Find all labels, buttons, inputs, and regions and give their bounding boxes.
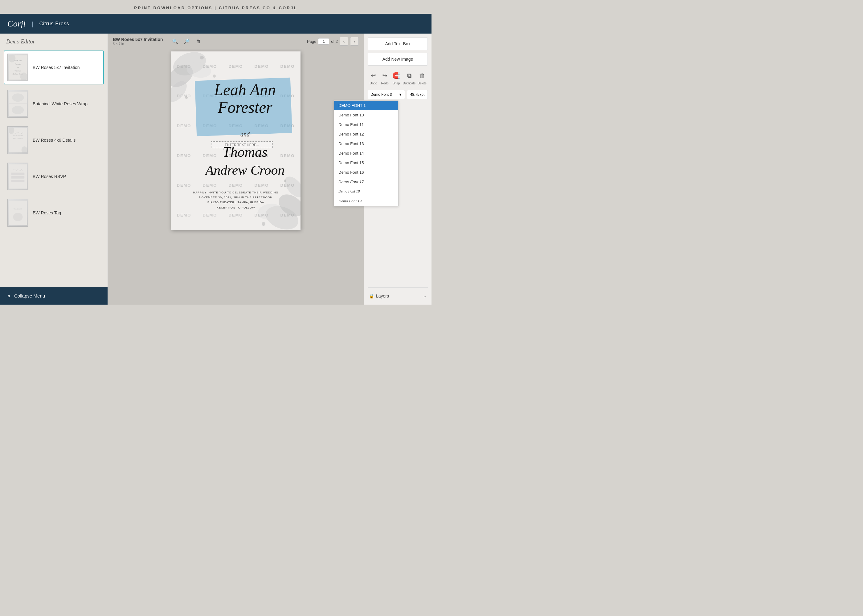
sidebar-item-bw-roses-invitation[interactable]: Leah Ann Forester and Thomas Andrew Croo… (4, 50, 104, 84)
delete-tool[interactable]: 🗑 Delete (417, 71, 427, 85)
canvas-title-block: BW Roses 5x7 Invitation 5 × 7 in (113, 37, 163, 46)
font-option-df1[interactable]: DEMO FONT 1 (334, 101, 398, 110)
sidebar-title: Demo Editor (0, 34, 107, 48)
font-dropdown-chevron-icon: ▼ (398, 93, 402, 97)
canvas-title-main: BW Roses 5x7 Invitation (113, 37, 163, 42)
top-banner: PRINT DOWNLOAD OPTIONS | CITRUS PRESS CO… (0, 0, 432, 14)
sidebar-item-tag[interactable]: THANK YOU BW Roses Tag (4, 196, 104, 230)
font-option-df12[interactable]: Demo Font 12 (334, 129, 398, 139)
tools-row: ↩ Undo ↪ Redo 🧲 Snap ⧉ Duplicate 🗑 Delet… (368, 68, 428, 88)
layers-title-group: 🔒 Layers (369, 294, 389, 299)
undo-label: Undo (370, 82, 377, 85)
canvas-toolbar: BW Roses 5x7 Invitation 5 × 7 in 🔍 🔎 🗑 P… (108, 34, 364, 49)
lock-icon: 🔒 (369, 294, 374, 299)
page-prev-button[interactable]: ‹ (340, 37, 348, 46)
font-selector-row: Demo Font 3 ▼ DEMO FONT 1 Demo Font 10 D… (368, 90, 428, 99)
redo-label: Redo (381, 82, 389, 85)
svg-text:Kindly Reply by: Kindly Reply by (13, 169, 23, 171)
layers-chevron-icon: ⌄ (423, 293, 427, 299)
duplicate-tool[interactable]: ⧉ Duplicate (403, 71, 416, 85)
collapse-arrow-icon: « (7, 292, 11, 299)
sidebar-item-label-3: BW Roses 4x6 Details (33, 138, 76, 143)
page-controls: Page of 2 ‹ › (307, 37, 359, 46)
canvas-area: BW Roses 5x7 Invitation 5 × 7 in 🔍 🔎 🗑 P… (108, 34, 364, 305)
canvas-body-line1: HAPPILY INVITE YOU TO CELEBRATE THEIR WE… (183, 190, 288, 195)
font-option-df16[interactable]: Demo Font 16 (334, 168, 398, 177)
svg-point-10 (12, 93, 24, 102)
sidebar-item-label-4: BW Roses RSVP (33, 174, 66, 179)
svg-point-37 (262, 222, 265, 226)
delete-icon: 🗑 (417, 71, 427, 80)
sidebar-item-botanical[interactable]: Botanical White Roses Wrap (4, 87, 104, 121)
svg-point-25 (13, 213, 23, 221)
svg-rect-22 (11, 180, 25, 182)
sidebar-thumb-1: Leah Ann Forester and Thomas Andrew Croo… (7, 53, 28, 81)
page-of-label: of 2 (331, 39, 338, 44)
add-new-image-button[interactable]: Add New Image (368, 53, 428, 66)
svg-point-30 (200, 56, 204, 60)
svg-text:THANK YOU: THANK YOU (14, 208, 22, 210)
thumb-placeholder-4: Kindly Reply by (8, 163, 28, 190)
duplicate-label: Duplicate (403, 82, 416, 85)
zoom-in-button[interactable]: 🔍 (170, 37, 180, 46)
font-option-df19[interactable]: Demo Font 19 (334, 196, 398, 206)
canvas-and-text: and (193, 131, 298, 138)
sidebar-list: Leah Ann Forester and Thomas Andrew Croo… (0, 48, 107, 287)
collapse-menu-button[interactable]: « Collapse Menu (0, 287, 107, 305)
font-select-box[interactable]: Demo Font 3 ▼ (368, 90, 405, 99)
svg-point-38 (284, 179, 286, 182)
canvas-name-leah: Leah Ann (193, 81, 298, 99)
header-nav: Corjl | Citrus Press (0, 14, 432, 34)
font-option-df13[interactable]: Demo Font 13 (334, 139, 398, 148)
thumb-placeholder-3: January 14 Reception RIALTO THEATER TAMP… (8, 127, 28, 154)
layers-label: Layers (376, 294, 389, 299)
svg-point-31 (185, 96, 188, 99)
page-number-input[interactable] (318, 38, 329, 45)
font-option-df18[interactable]: Demo Font 18 (334, 187, 398, 196)
canvas-andrew-text: Andrew Croon (193, 162, 298, 178)
logo-script: Corjl (7, 19, 25, 29)
font-dropdown-list: DEMO FONT 1 Demo Font 10 Demo Font 11 De… (334, 101, 398, 206)
snap-tool[interactable]: 🧲 Snap (391, 71, 401, 85)
zoom-out-button[interactable]: 🔎 (182, 37, 191, 46)
font-option-df10[interactable]: Demo Font 10 (334, 110, 398, 120)
svg-point-11 (12, 106, 24, 114)
sidebar-item-label-2: Botanical White Roses Wrap (33, 101, 88, 106)
svg-rect-21 (11, 176, 25, 179)
font-size-box[interactable]: 48.757pt (407, 90, 428, 99)
snap-icon: 🧲 (391, 71, 401, 80)
font-option-df11[interactable]: Demo Font 11 (334, 120, 398, 129)
sidebar-thumb-4: Kindly Reply by (7, 163, 28, 190)
font-option-df17[interactable]: Demo Font 17 (334, 177, 398, 187)
top-banner-text: PRINT DOWNLOAD OPTIONS | CITRUS PRESS CO… (134, 6, 297, 10)
redo-tool[interactable]: ↪ Redo (380, 71, 390, 85)
sidebar-thumb-2 (7, 90, 28, 118)
delete-label: Delete (417, 82, 427, 85)
canvas-controls: 🔍 🔎 🗑 (170, 37, 203, 46)
sidebar-item-4x6-details[interactable]: January 14 Reception RIALTO THEATER TAMP… (4, 123, 104, 157)
canvas-body-line2: NOVEMBER 30, 2021, 3PM IN THE AFTERNOON (183, 195, 288, 200)
sidebar-thumb-3: January 14 Reception RIALTO THEATER TAMP… (7, 126, 28, 154)
undo-tool[interactable]: ↩ Undo (369, 71, 378, 85)
page-next-button[interactable]: › (350, 37, 359, 46)
font-option-df14[interactable]: Demo Font 14 (334, 148, 398, 158)
thumb-placeholder-2 (8, 90, 28, 117)
canvas-body-text: HAPPILY INVITE YOU TO CELEBRATE THEIR WE… (183, 190, 288, 210)
logo-text: Citrus Press (39, 21, 69, 27)
left-sidebar: Demo Editor Leah Ann Forester and Thomas… (0, 34, 108, 305)
thumb-placeholder-1: Leah Ann Forester and Thomas Andrew Croo… (8, 54, 28, 81)
sidebar-item-rsvp[interactable]: Kindly Reply by BW Roses RSVP (4, 160, 104, 193)
font-option-df15[interactable]: Demo Font 15 (334, 158, 398, 168)
sidebar-item-label-1: BW Roses 5x7 Invitation (33, 65, 80, 70)
delete-canvas-button[interactable]: 🗑 (194, 37, 203, 46)
thumb-placeholder-5: THANK YOU (8, 199, 28, 226)
invitation-canvas[interactable]: Leah Ann Forester and ENTER TEXT HERE...… (171, 52, 301, 230)
svg-text:Thomas: Thomas (14, 70, 21, 72)
svg-rect-20 (11, 173, 25, 175)
right-panel: Add Text Box Add New Image ↩ Undo ↪ Redo… (364, 34, 432, 305)
svg-text:Forester: Forester (14, 63, 21, 65)
layers-header[interactable]: 🔒 Layers ⌄ (368, 291, 428, 301)
canvas-title-sub: 5 × 7 in (113, 42, 163, 46)
snap-label: Snap (393, 82, 400, 85)
add-text-box-button[interactable]: Add Text Box (368, 37, 428, 50)
